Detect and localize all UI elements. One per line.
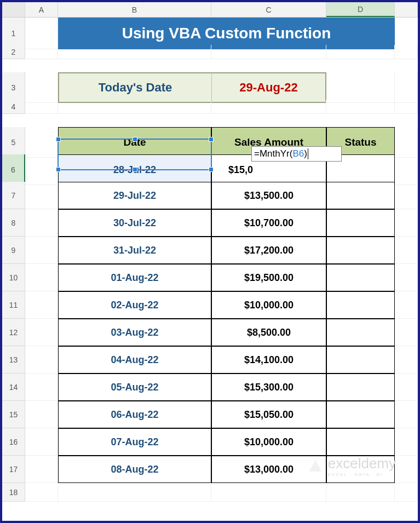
cell-D15[interactable]	[326, 401, 395, 428]
row-header-3[interactable]: 3	[2, 72, 25, 103]
cell-B8[interactable]: 30-Jul-22	[58, 209, 211, 237]
spreadsheet-grid: 1 Using VBA Custom Function 2 3 Today's …	[2, 18, 418, 510]
cell-A2[interactable]	[25, 45, 58, 59]
cell-C17[interactable]: $13,000.00	[211, 456, 326, 483]
row-header-2[interactable]: 2	[2, 45, 25, 59]
cell-C14[interactable]: $15,300.00	[211, 373, 326, 401]
row-header-5[interactable]: 5	[2, 127, 25, 158]
table-header-date[interactable]: Date	[58, 127, 211, 158]
cell-C7[interactable]: $13,500.00	[211, 182, 326, 209]
cell-E5	[395, 127, 418, 158]
cell-E4	[395, 100, 418, 114]
cell-A13[interactable]	[25, 346, 58, 373]
cell-A8[interactable]	[25, 209, 58, 237]
col-header-extra	[395, 2, 418, 17]
cell-B10[interactable]: 01-Aug-22	[58, 264, 211, 291]
row-header-11[interactable]: 11	[2, 291, 25, 319]
cell-D13[interactable]	[326, 346, 395, 373]
cell-B12[interactable]: 03-Aug-22	[58, 319, 211, 346]
cell-D12[interactable]	[326, 319, 395, 346]
row-header-4[interactable]: 4	[2, 100, 25, 114]
cell-C4[interactable]	[211, 100, 326, 114]
cell-B11[interactable]: 02-Aug-22	[58, 291, 211, 319]
cell-C16[interactable]: $10,000.00	[211, 428, 326, 456]
row-header-7[interactable]: 7	[2, 182, 25, 209]
row-header-17[interactable]: 17	[2, 456, 25, 483]
cell-B2[interactable]	[58, 45, 211, 59]
cell-E15	[395, 401, 418, 428]
cell-A5[interactable]	[25, 127, 58, 158]
row-header-14[interactable]: 14	[2, 373, 25, 401]
cell-B16[interactable]: 07-Aug-22	[58, 428, 211, 456]
cell-D2[interactable]	[326, 45, 395, 59]
cell-C2[interactable]	[211, 45, 326, 59]
cell-A3[interactable]	[25, 72, 58, 103]
today-date-value[interactable]: 29-Aug-22	[211, 72, 326, 103]
cell-D8[interactable]	[326, 209, 395, 237]
cell-D7[interactable]	[326, 182, 395, 209]
cell-C13[interactable]: $14,100.00	[211, 346, 326, 373]
today-date-label[interactable]: Today's Date	[58, 72, 211, 103]
row-header-12[interactable]: 12	[2, 319, 25, 346]
cell-E16	[395, 428, 418, 456]
cell-D11[interactable]	[326, 291, 395, 319]
cell-D4[interactable]	[326, 100, 395, 114]
cell-D16[interactable]	[326, 428, 395, 456]
col-header-B[interactable]: B	[58, 2, 211, 17]
row-header-10[interactable]: 10	[2, 264, 25, 291]
cell-A12[interactable]	[25, 319, 58, 346]
formula-equals: =	[254, 148, 260, 159]
cell-A7[interactable]	[25, 182, 58, 209]
cell-A16[interactable]	[25, 428, 58, 456]
cell-A15[interactable]	[25, 401, 58, 428]
cell-C10[interactable]: $19,500.00	[211, 264, 326, 291]
cell-B13[interactable]: 04-Aug-22	[58, 346, 211, 373]
cell-E11	[395, 291, 418, 319]
cell-B17[interactable]: 08-Aug-22	[58, 456, 211, 483]
cell-D17[interactable]	[326, 456, 395, 483]
cell-A14[interactable]	[25, 373, 58, 401]
cell-A4[interactable]	[25, 100, 58, 114]
cell-A18[interactable]	[25, 483, 58, 502]
cell-C8[interactable]: $10,700.00	[211, 209, 326, 237]
row-header-15[interactable]: 15	[2, 401, 25, 428]
select-all-corner[interactable]	[2, 2, 25, 17]
cell-C9[interactable]: $17,200.00	[211, 237, 326, 264]
column-headers: A B C D	[2, 2, 418, 18]
cell-E7	[395, 182, 418, 209]
cell-B15[interactable]: 06-Aug-22	[58, 401, 211, 428]
cell-D9[interactable]	[326, 237, 395, 264]
cell-B4[interactable]	[58, 100, 211, 114]
cell-E3	[395, 72, 418, 103]
row-header-8[interactable]: 8	[2, 209, 25, 237]
cell-A11[interactable]	[25, 291, 58, 319]
formula-edit-box[interactable]: =MnthYr(B6)	[251, 146, 342, 162]
cell-D3[interactable]	[326, 72, 395, 103]
cell-B6[interactable]: 28-Jul-22	[58, 154, 211, 185]
cell-D10[interactable]	[326, 264, 395, 291]
cell-C15[interactable]: $15,050.00	[211, 401, 326, 428]
row-header-13[interactable]: 13	[2, 346, 25, 373]
cell-B14[interactable]: 05-Aug-22	[58, 373, 211, 401]
row-header-18[interactable]: 18	[2, 483, 25, 502]
col-header-A[interactable]: A	[25, 2, 58, 17]
row-header-16[interactable]: 16	[2, 428, 25, 456]
cell-B7[interactable]: 29-Jul-22	[58, 182, 211, 209]
cell-A17[interactable]	[25, 456, 58, 483]
row-header-6[interactable]: 6	[2, 154, 25, 185]
cell-C18[interactable]	[211, 483, 326, 502]
cell-E13	[395, 346, 418, 373]
cell-A9[interactable]	[25, 237, 58, 264]
cell-A10[interactable]	[25, 264, 58, 291]
col-header-D[interactable]: D	[326, 2, 395, 17]
cell-B9[interactable]: 31-Jul-22	[58, 237, 211, 264]
cell-D14[interactable]	[326, 373, 395, 401]
cell-B18[interactable]	[58, 483, 211, 502]
formula-function: MnthYr(	[260, 148, 292, 159]
col-header-C[interactable]: C	[211, 2, 326, 17]
cell-A6[interactable]	[25, 154, 58, 185]
cell-C11[interactable]: $10,000.00	[211, 291, 326, 319]
row-header-9[interactable]: 9	[2, 237, 25, 264]
cell-C12[interactable]: $8,500.00	[211, 319, 326, 346]
cell-D18[interactable]	[326, 483, 395, 502]
